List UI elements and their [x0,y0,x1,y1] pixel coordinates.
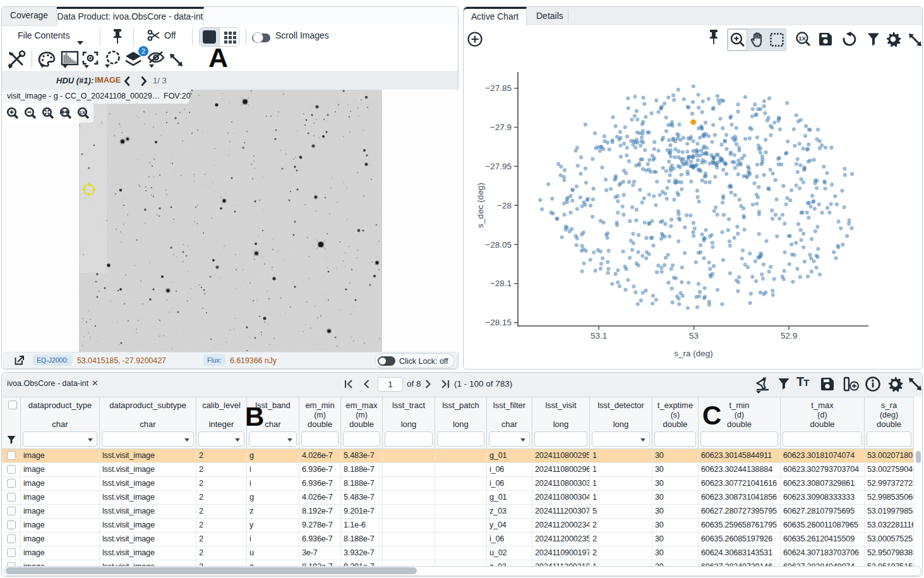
svg-text:−27.9: −27.9 [490,123,512,132]
svg-text:−28.15: −28.15 [485,318,512,327]
svg-text:−27.95: −27.95 [485,162,512,171]
svg-text:52.9: 52.9 [781,331,797,340]
svg-text:1X: 1X [80,110,86,116]
svg-text:53: 53 [689,331,699,340]
svg-text:−28: −28 [497,201,512,210]
svg-text:53.1: 53.1 [591,331,607,340]
svg-text:s_ra (deg): s_ra (deg) [674,349,713,358]
svg-text:−28.05: −28.05 [485,240,512,250]
svg-text:−27.85: −27.85 [485,83,512,93]
svg-text:−28.1: −28.1 [490,279,512,288]
svg-text:s_dec (deg): s_dec (deg) [476,183,485,227]
